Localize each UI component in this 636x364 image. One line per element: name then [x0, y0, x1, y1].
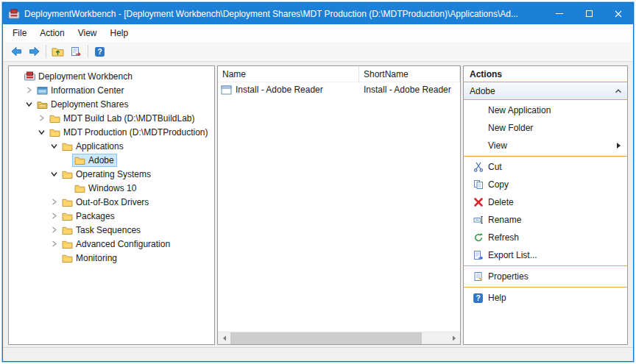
collapse-section-button[interactable] [615, 88, 622, 94]
tree-node: Information Center [35, 85, 126, 96]
expand-chevron-icon[interactable] [49, 213, 59, 219]
tree-item-monitoring[interactable]: Monitoring [9, 251, 214, 265]
action-new-folder[interactable]: New Folder [464, 119, 627, 137]
collapse-chevron-icon[interactable] [49, 143, 59, 149]
tree-item-label: Out-of-Box Drivers [76, 197, 149, 207]
tree-item-deployment-shares[interactable]: Deployment Shares [9, 97, 214, 111]
close-button[interactable] [604, 3, 633, 24]
expand-chevron-icon[interactable] [24, 87, 34, 93]
actions-section-header[interactable]: Adobe [464, 82, 627, 100]
tree-item-deployment-workbench[interactable]: Deployment Workbench [9, 69, 214, 83]
help-icon: ? [94, 46, 105, 57]
expand-chevron-icon[interactable] [49, 226, 59, 233]
action-copy[interactable]: Copy [464, 176, 627, 193]
window-title: DeploymentWorkbench - [Deployment Workbe… [24, 9, 545, 19]
action-label: Copy [488, 179, 509, 190]
column-header-shortname[interactable]: ShortName [359, 66, 460, 82]
tree-item-mdt-build-lab-d-mdtbuildlab[interactable]: MDT Build Lab (D:\MDTBuildLab) [9, 111, 214, 125]
scroll-left-icon [222, 335, 227, 341]
back-button[interactable] [7, 43, 25, 60]
tree-item-packages[interactable]: Packages [9, 209, 214, 223]
tree-item-task-sequences[interactable]: Task Sequences [9, 223, 214, 237]
application-icon [221, 85, 232, 95]
help-button[interactable]: ? [91, 43, 109, 60]
window-controls [545, 3, 633, 24]
scrollbar-track[interactable] [230, 332, 448, 344]
folder-icon [62, 198, 73, 207]
tree-item-label: Deployment Workbench [38, 71, 132, 82]
column-header-name[interactable]: Name [218, 66, 359, 82]
workbench-icon [24, 71, 35, 81]
tree-item-applications[interactable]: Applications [9, 139, 214, 153]
action-refresh[interactable]: Refresh [464, 229, 627, 246]
scroll-right-icon [452, 335, 456, 341]
folder-icon [74, 184, 85, 193]
action-export-list[interactable]: Export List... [464, 246, 627, 264]
actions-separator [464, 265, 627, 266]
horizontal-scrollbar[interactable] [218, 332, 460, 344]
menu-file[interactable]: File [6, 26, 33, 40]
minimize-button[interactable] [545, 3, 574, 24]
action-label: New Folder [488, 123, 533, 133]
scrollbar-thumb[interactable] [230, 332, 422, 344]
tree-item-label: Adobe [88, 155, 114, 165]
menu-action[interactable]: Action [33, 26, 71, 40]
collapse-chevron-icon[interactable] [49, 171, 59, 177]
tree-item-advanced-configuration[interactable]: Advanced Configuration [9, 237, 214, 251]
tree-item-adobe[interactable]: Adobe [9, 153, 214, 167]
forward-button[interactable] [25, 43, 43, 60]
action-help[interactable]: ?Help [464, 289, 627, 307]
folder-icon [62, 226, 73, 235]
action-cut[interactable]: Cut [464, 158, 627, 176]
action-new-application[interactable]: New Application [464, 101, 627, 119]
action-label: Help [488, 293, 506, 303]
expand-chevron-icon[interactable] [37, 115, 46, 121]
scroll-right-button[interactable] [448, 332, 460, 344]
row-shortname: Install - Adobe Reader [359, 85, 460, 95]
tree-item-windows-10[interactable]: Windows 10 [9, 181, 214, 195]
main-content: Deployment WorkbenchInformation CenterDe… [3, 62, 633, 347]
rename-icon [470, 215, 486, 225]
action-delete[interactable]: Delete [464, 193, 627, 211]
export-list-button[interactable] [67, 43, 85, 60]
list-row-install-adobe-reader[interactable]: Install - Adobe ReaderInstall - Adobe Re… [218, 82, 460, 97]
minimize-icon [556, 13, 563, 14]
tree-item-mdt-production-d-mdtproduction[interactable]: MDT Production (D:\MDTProduction) [9, 125, 214, 139]
action-label: Cut [488, 162, 502, 172]
tree-item-label: Advanced Configuration [76, 239, 170, 249]
tree-node: Advanced Configuration [60, 238, 172, 250]
tree-item-label: Packages [76, 211, 115, 221]
close-icon [615, 10, 622, 18]
title-bar[interactable]: DeploymentWorkbench - [Deployment Workbe… [3, 3, 633, 24]
status-bar [3, 347, 633, 361]
up-one-level-button[interactable] [49, 43, 67, 60]
action-label: Rename [488, 215, 521, 225]
tree-node: Windows 10 [73, 182, 138, 194]
action-rename[interactable]: Rename [464, 211, 627, 229]
action-view[interactable]: View [464, 137, 627, 154]
tree-item-out-of-box-drivers[interactable]: Out-of-Box Drivers [9, 195, 214, 209]
actions-list: New ApplicationNew FolderViewCutCopyDele… [464, 100, 627, 344]
folder-icon [74, 156, 85, 165]
menu-bar: File Action View Help [3, 24, 633, 42]
collapse-chevron-icon[interactable] [37, 129, 46, 135]
actions-pane: Actions Adobe New ApplicationNew FolderV… [463, 65, 628, 345]
menu-help[interactable]: Help [104, 26, 135, 40]
row-name: Install - Adobe Reader [236, 85, 323, 95]
actions-separator [464, 287, 627, 288]
collapse-chevron-icon[interactable] [24, 101, 34, 107]
scroll-left-button[interactable] [218, 332, 230, 344]
menu-view[interactable]: View [71, 26, 104, 40]
expand-chevron-icon[interactable] [49, 240, 59, 247]
tree-item-operating-systems[interactable]: Operating Systems [9, 167, 214, 181]
tree-node: Deployment Shares [35, 99, 130, 110]
tree-item-label: Monitoring [76, 253, 117, 263]
maximize-button[interactable] [574, 3, 604, 24]
action-properties[interactable]: Properties [464, 268, 627, 285]
tree-item-information-center[interactable]: Information Center [9, 83, 214, 97]
expand-chevron-icon[interactable] [49, 199, 59, 205]
submenu-arrow-icon [616, 142, 621, 149]
tree-item-label: Operating Systems [76, 169, 151, 179]
svg-text:?: ? [97, 48, 102, 56]
action-label: Refresh [488, 232, 519, 243]
